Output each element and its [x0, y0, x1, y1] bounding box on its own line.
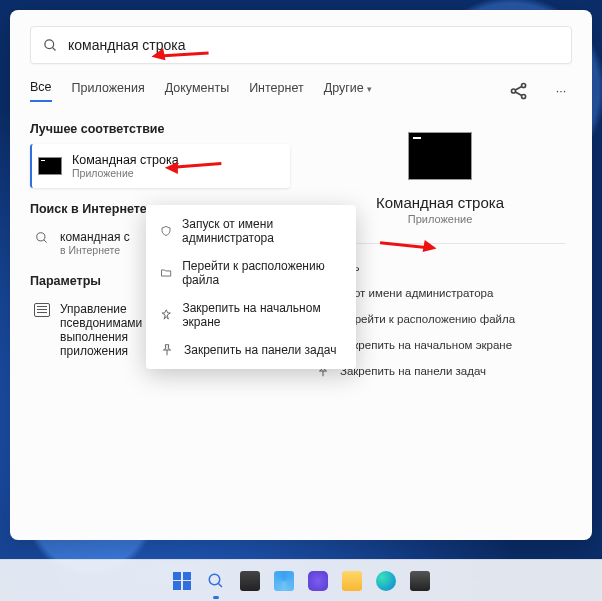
search-input[interactable] — [68, 37, 559, 53]
taskbar — [0, 559, 602, 601]
widgets-icon — [274, 571, 294, 591]
pin-icon — [160, 343, 174, 357]
section-best-match: Лучшее соответствие — [30, 122, 290, 136]
search-box[interactable] — [30, 26, 572, 64]
svg-point-19 — [209, 574, 220, 585]
svg-line-8 — [44, 240, 47, 243]
shield-icon — [160, 224, 172, 238]
cm-open-location[interactable]: Перейти к расположению файла — [146, 252, 356, 294]
cm-pin-start[interactable]: Закрепить на начальном экране — [146, 294, 356, 336]
share-icon[interactable] — [508, 80, 530, 102]
tab-more[interactable]: Другие▾ — [324, 81, 372, 101]
result-subtitle: Приложение — [72, 167, 179, 179]
cm-run-admin[interactable]: Запуск от имени администратора — [146, 210, 356, 252]
cmd-icon-large — [408, 132, 472, 180]
svg-line-20 — [218, 583, 222, 587]
settings-list-icon — [34, 303, 50, 317]
pin-icon — [160, 308, 172, 322]
widgets[interactable] — [271, 568, 297, 594]
cmd-icon — [38, 157, 62, 175]
taskbar-search[interactable] — [203, 568, 229, 594]
svg-point-4 — [522, 94, 526, 98]
tab-documents[interactable]: Документы — [165, 81, 229, 101]
svg-point-7 — [37, 233, 45, 241]
store-icon — [410, 571, 430, 591]
search-icon — [35, 231, 49, 245]
svg-point-0 — [45, 39, 54, 48]
search-icon — [207, 572, 225, 590]
edge-icon — [376, 571, 396, 591]
svg-line-6 — [515, 92, 521, 96]
tab-apps[interactable]: Приложения — [72, 81, 145, 101]
result-title: Командная строка — [72, 153, 179, 167]
search-icon — [43, 38, 58, 53]
web-result-title: командная с — [60, 230, 130, 244]
start-button[interactable] — [169, 568, 195, 594]
context-menu: Запуск от имени администратора Перейти к… — [146, 205, 356, 369]
tab-web[interactable]: Интернет — [249, 81, 304, 101]
search-panel: Все Приложения Документы Интернет Другие… — [10, 10, 592, 540]
best-match-result[interactable]: Командная строка Приложение — [30, 144, 290, 188]
cm-pin-taskbar[interactable]: Закрепить на панели задач — [146, 336, 356, 364]
folder-icon — [342, 571, 362, 591]
store[interactable] — [407, 568, 433, 594]
svg-point-3 — [522, 83, 526, 87]
settings-result-title: Управление псевдонимами выполнения прило… — [60, 302, 160, 358]
folder-icon — [160, 266, 172, 280]
svg-point-2 — [511, 89, 515, 93]
edge[interactable] — [373, 568, 399, 594]
task-view[interactable] — [237, 568, 263, 594]
chat-icon — [308, 571, 328, 591]
svg-line-5 — [515, 86, 521, 90]
file-explorer[interactable] — [339, 568, 365, 594]
svg-line-1 — [52, 47, 55, 50]
overflow-icon[interactable]: ··· — [550, 80, 572, 102]
scope-tabs: Все Приложения Документы Интернет Другие… — [30, 80, 572, 102]
chat[interactable] — [305, 568, 331, 594]
windows-logo-icon — [173, 572, 191, 590]
web-result-subtitle: в Интернете — [60, 244, 130, 256]
chevron-down-icon: ▾ — [367, 84, 372, 94]
task-view-icon — [240, 571, 260, 591]
tab-all[interactable]: Все — [30, 80, 52, 102]
